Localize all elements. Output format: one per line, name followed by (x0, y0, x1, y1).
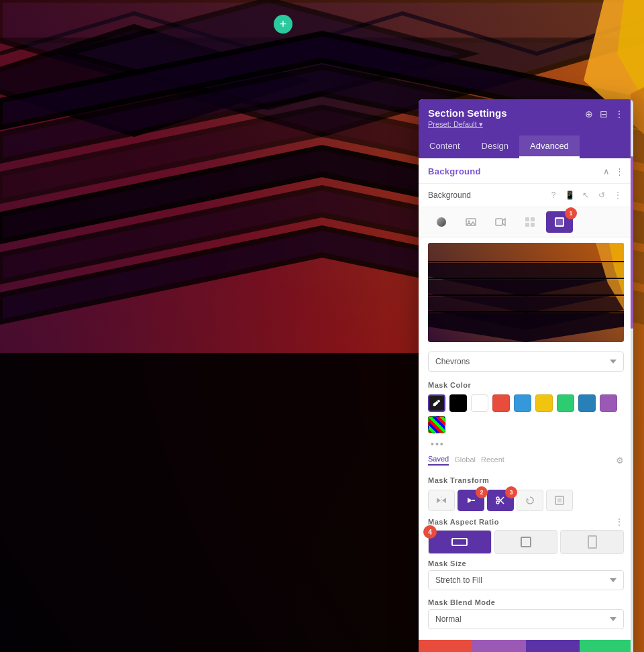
add-section-button[interactable]: + (274, 15, 292, 34)
tab-content[interactable]: Content (419, 135, 471, 158)
recent-tab[interactable]: Recent (481, 455, 504, 465)
tab-design[interactable]: Design (471, 135, 519, 158)
columns-icon[interactable]: ⊟ (600, 109, 608, 119)
scissors-tab[interactable]: 3 (487, 490, 514, 511)
panel-preset[interactable]: Preset: Default ▾ (428, 120, 507, 129)
color-purple[interactable] (600, 394, 617, 412)
mask-color-label: Mask Color (419, 376, 633, 392)
color-yellow[interactable] (535, 394, 553, 412)
flip-h-tab[interactable] (428, 490, 455, 511)
settings-panel: Section Settings Preset: Default ▾ ⊕ ⊟ ⋮… (419, 99, 633, 652)
panel-header: Section Settings Preset: Default ▾ ⊕ ⊟ ⋮ (419, 99, 633, 135)
color-white[interactable] (471, 394, 488, 412)
step1-badge: 1 (565, 207, 577, 219)
svg-rect-23 (531, 217, 535, 221)
mask-blend-mode-section: Mask Blend Mode Normal (419, 596, 633, 635)
color-gradient-swatch[interactable] (428, 416, 445, 433)
aspect-portrait[interactable] (560, 530, 624, 554)
color-dark-blue[interactable] (578, 394, 596, 412)
cancel-button[interactable]: ✕ (419, 640, 472, 652)
focus-icon[interactable]: ⊕ (585, 109, 593, 119)
aspect-landscape[interactable]: 4 (428, 530, 492, 554)
section-more-icon[interactable]: ⋮ (615, 166, 624, 176)
image-type-tab[interactable] (458, 211, 484, 233)
help-icon[interactable]: ? (547, 189, 559, 201)
aspect-ratio-more-icon[interactable]: ⋮ (614, 517, 624, 527)
gradient-type-tab[interactable] (428, 211, 455, 233)
background-label: Background (428, 191, 542, 200)
mask-size-section: Mask Size Stretch to Fill (419, 557, 633, 596)
transform-tabs: 2 3 (419, 487, 633, 514)
reset-tab[interactable] (517, 490, 543, 511)
svg-rect-27 (556, 219, 563, 225)
color-red[interactable] (492, 394, 510, 412)
svg-rect-53 (452, 539, 467, 545)
active-color-swatch[interactable] (428, 394, 445, 412)
svg-rect-54 (521, 537, 531, 547)
scroll-thumb (631, 156, 633, 328)
video-type-tab[interactable] (487, 211, 514, 233)
panel-footer: ✕ ↺ ↻ ✓ (419, 640, 633, 652)
mask-transform-label: Mask Transform (419, 471, 633, 487)
panel-title-group: Section Settings Preset: Default ▾ (428, 107, 507, 129)
svg-point-47 (496, 501, 499, 504)
color-swatch-row (419, 392, 633, 436)
background-type-tabs: 1 (419, 207, 633, 237)
collapse-icon[interactable]: ∧ (603, 166, 610, 176)
undo-button[interactable]: ↺ (472, 640, 526, 652)
redo-button[interactable]: ↻ (526, 640, 580, 652)
svg-rect-52 (557, 498, 561, 502)
svg-rect-45 (472, 500, 475, 501)
reset-icon[interactable]: ↺ (596, 189, 608, 201)
svg-point-46 (496, 497, 499, 500)
svg-rect-20 (496, 219, 502, 225)
arrow-right-tab[interactable]: 2 (458, 490, 484, 511)
mask-style-dropdown[interactable]: Chevrons (428, 351, 624, 372)
aspect-ratio-buttons: 4 (419, 527, 633, 557)
confirm-button[interactable]: ✓ (580, 640, 633, 652)
svg-rect-12 (0, 356, 416, 652)
scroll-indicator (631, 99, 633, 652)
square-tab[interactable] (546, 490, 573, 511)
svg-marker-44 (468, 498, 472, 503)
options-icon[interactable]: ⋮ (612, 189, 624, 201)
mask-blend-mode-label: Mask Blend Mode (428, 598, 624, 606)
background-image-preview[interactable] (428, 243, 624, 342)
mask-type-tab[interactable]: 1 (546, 211, 573, 233)
global-tab[interactable]: Global (454, 455, 476, 465)
step4-badge: 4 (423, 525, 437, 539)
color-settings-icon[interactable]: ⚙ (616, 455, 624, 466)
section-background-title: Background (428, 166, 481, 176)
panel-title: Section Settings (428, 107, 507, 119)
svg-rect-25 (531, 223, 535, 227)
background-row-icons: ? 📱 ↖ ↺ ⋮ (547, 189, 624, 201)
svg-rect-55 (588, 536, 596, 548)
mask-blend-mode-dropdown[interactable]: Normal (428, 609, 624, 629)
saved-tab[interactable]: Saved (428, 455, 449, 466)
section-background-header: Background ∧ ⋮ (419, 158, 633, 184)
mask-style-dropdown-row: Chevrons (419, 347, 633, 376)
aspect-square[interactable] (494, 530, 558, 554)
svg-marker-41 (437, 498, 441, 503)
eyedropper-icon (432, 398, 441, 408)
mask-size-label: Mask Size (428, 559, 624, 567)
color-green[interactable] (557, 394, 574, 412)
step2-badge: 2 (476, 486, 488, 498)
more-options-icon[interactable]: ⋮ (614, 109, 624, 119)
tab-advanced[interactable]: Advanced (519, 135, 580, 158)
mobile-icon[interactable]: 📱 (564, 189, 576, 201)
mask-aspect-ratio-label: Mask Aspect Ratio (428, 518, 499, 526)
color-tabs: Saved Global Recent ⚙ (419, 452, 633, 471)
cursor-icon[interactable]: ↖ (580, 189, 592, 201)
panel-tabs: Content Design Advanced (419, 135, 633, 158)
svg-marker-42 (442, 498, 446, 503)
color-extra-row: ••• (419, 436, 633, 452)
pattern-type-tab[interactable] (517, 211, 543, 233)
svg-marker-50 (527, 498, 529, 500)
color-black[interactable] (449, 394, 467, 412)
color-blue[interactable] (514, 394, 531, 412)
svg-rect-22 (525, 217, 529, 221)
mask-size-dropdown[interactable]: Stretch to Fill (428, 570, 624, 590)
more-colors-button[interactable]: ••• (428, 439, 447, 449)
panel-header-icons: ⊕ ⊟ ⋮ (585, 109, 624, 119)
